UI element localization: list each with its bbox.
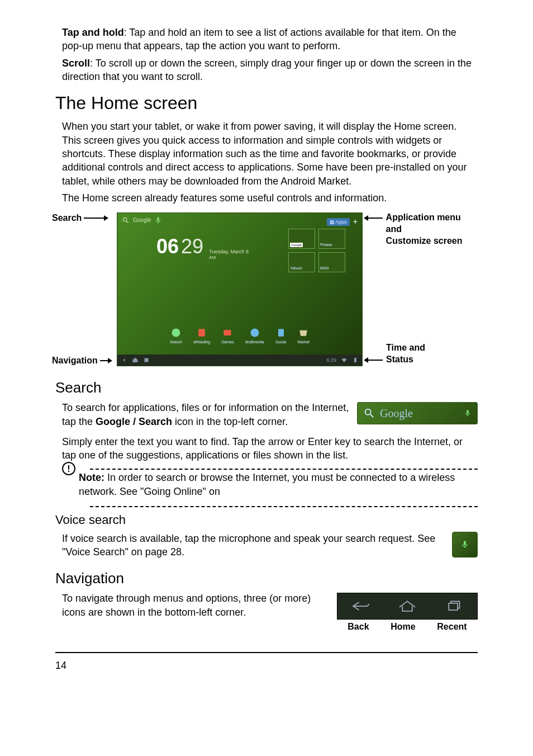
footer-rule [55, 652, 478, 653]
page-number: 14 [55, 659, 478, 672]
tap-hold-term: Tap and hold [62, 27, 124, 38]
voice-p1: If voice search is available, tap the mi… [62, 532, 478, 559]
nav-labels: Back Home Recent [337, 621, 478, 633]
label-back: Back [348, 621, 369, 633]
svg-rect-6 [354, 358, 356, 362]
alert-icon: ! [62, 462, 75, 475]
heading-navigation: Navigation [55, 569, 478, 588]
widget-picasa: Picasa [318, 229, 345, 249]
dock-games: Games [221, 327, 234, 344]
widget-google: Google [288, 229, 315, 249]
svg-point-3 [250, 328, 259, 337]
heading-search: Search [55, 378, 478, 398]
bookmark-widgets: Google Picasa Yahoo! MSN [288, 229, 345, 272]
note-block: ! Note: In order to search or browse the… [62, 469, 478, 507]
svg-rect-7 [449, 603, 458, 610]
shot-topbar-left: Google [122, 216, 162, 224]
note-text: In order to search or browse the Interne… [79, 472, 455, 497]
scroll-term: Scroll [62, 58, 90, 69]
navbar-time: 6:29 [326, 357, 336, 363]
dock: Search eReading Games Multimedia Social … [117, 327, 362, 344]
search-icon [122, 216, 130, 224]
callout-appmenu-label: Application menu and [386, 212, 461, 234]
apps-button: ▦ Apps [327, 218, 350, 226]
home-icon [132, 357, 139, 363]
shot-search-label: Google [133, 216, 151, 224]
clock-date: Tuesday, March 8 [209, 248, 249, 255]
clock-minutes: 29 [181, 233, 203, 261]
shot-topbar-right: ▦ Apps + [327, 216, 358, 227]
callout-navigation-label: Navigation [52, 355, 98, 367]
label-home: Home [391, 621, 415, 633]
recent-icon [442, 599, 465, 613]
note-label: Note: [79, 472, 104, 483]
callout-customize-label: Customize screen [386, 236, 463, 245]
google-search-pill: Google [357, 402, 478, 424]
magnifier-icon [363, 407, 375, 419]
callout-search-label: Search [52, 212, 82, 224]
widget-msn: MSN [318, 252, 345, 272]
callout-app-menu: Application menu and Customize screen [364, 212, 478, 247]
dock-multimedia: Multimedia [245, 327, 264, 344]
search-p2: Simply enter the text you want to find. … [62, 435, 478, 462]
paragraph-tap-hold: Tap and hold: Tap and hold an item to se… [62, 26, 478, 53]
svg-rect-5 [145, 358, 149, 362]
heading-voice-search: Voice search [55, 512, 478, 528]
callout-time-status: Time andStatus [364, 342, 425, 366]
callout-search: Search [52, 212, 108, 224]
wifi-icon [341, 357, 348, 363]
back-icon [349, 599, 373, 613]
callout-navigation: Navigation [52, 355, 112, 367]
svg-rect-4 [278, 329, 284, 336]
mic-icon [154, 216, 162, 224]
dock-social: Social [275, 327, 287, 344]
mic-icon [460, 538, 469, 551]
home-icon [396, 599, 419, 613]
home-description-2: The Home screen already features some us… [62, 191, 478, 205]
clock-hours: 06 [156, 233, 179, 261]
clock-widget: 06 29 Tuesday, March 8 AM [156, 233, 249, 261]
nav-icons-box [337, 593, 478, 620]
scroll-desc: : To scroll up or down the screen, simpl… [62, 58, 472, 82]
dock-search: Search [170, 327, 182, 344]
widget-yahoo: Yahoo! [288, 252, 315, 272]
clock-ampm: AM [209, 255, 249, 261]
svg-rect-1 [198, 329, 205, 336]
plus-icon: + [353, 216, 358, 227]
google-search-term: Google / Search [96, 416, 172, 427]
voice-search-tile [452, 532, 478, 557]
shot-navbar: 6:29 [117, 355, 362, 366]
mic-icon [464, 408, 472, 419]
svg-point-0 [172, 328, 180, 337]
svg-rect-2 [224, 330, 231, 336]
tablet-screenshot: Google ▦ Apps + 06 29 Tuesday, March 8 A… [117, 212, 363, 366]
callout-timestatus-label: Time andStatus [386, 343, 425, 364]
battery-icon [352, 357, 359, 363]
heading-home-screen: The Home screen [55, 91, 478, 115]
dock-market: Market [298, 327, 310, 344]
dock-ereading: eReading [193, 327, 210, 344]
recent-icon [143, 357, 150, 363]
home-screen-figure: Search Navigation Application menu and C… [55, 212, 478, 369]
paragraph-scroll: Scroll: To scroll up or down the screen,… [62, 56, 478, 84]
home-description-1: When you start your tablet, or wake it f… [62, 120, 478, 187]
google-brand-text: Google [380, 406, 459, 421]
back-icon [121, 357, 127, 363]
label-recent: Recent [437, 621, 467, 633]
